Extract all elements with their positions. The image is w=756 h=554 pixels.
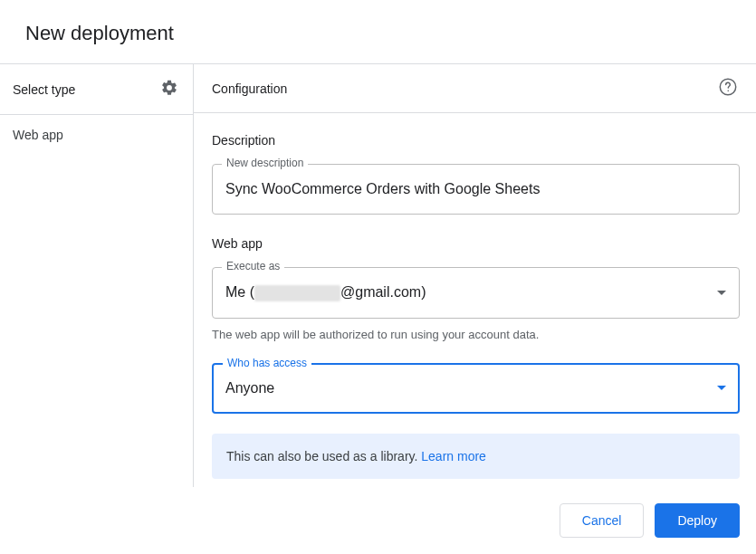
dialog-body: Select type Web app Configuration <box>0 64 756 487</box>
description-input[interactable] <box>225 181 726 197</box>
execute-as-select[interactable]: Execute as Me (@gmail.com) <box>212 267 740 319</box>
description-heading: Description <box>212 133 740 148</box>
content-header: Configuration <box>194 64 756 113</box>
dialog-title: New deployment <box>25 22 731 45</box>
sidebar-item-web-app[interactable]: Web app <box>0 115 193 155</box>
execute-as-legend: Execute as <box>222 260 284 272</box>
dialog-footer: Cancel Deploy <box>0 487 756 554</box>
deploy-button[interactable]: Deploy <box>655 503 740 538</box>
dialog-header: New deployment <box>0 0 756 63</box>
sidebar: Select type Web app <box>0 64 194 487</box>
content: Configuration Description New descriptio… <box>194 64 756 487</box>
library-info-box: This can also be used as a library. Lear… <box>212 434 740 479</box>
redacted-email-local <box>254 285 340 301</box>
cancel-button[interactable]: Cancel <box>560 503 645 538</box>
content-body: Description New description Web app Exec… <box>194 113 756 479</box>
gear-icon <box>160 79 178 100</box>
help-icon <box>718 77 738 100</box>
sidebar-title: Select type <box>13 82 75 97</box>
select-type-settings-button[interactable] <box>157 75 182 103</box>
description-field[interactable]: New description <box>212 164 740 215</box>
execute-as-value: Me (@gmail.com) <box>225 284 426 301</box>
caret-down-icon <box>717 291 726 295</box>
webapp-heading: Web app <box>212 236 740 251</box>
description-legend: New description <box>222 157 308 169</box>
execute-as-helper: The web app will be authorized to run us… <box>212 328 740 341</box>
learn-more-link[interactable]: Learn more <box>421 449 486 463</box>
caret-down-icon <box>717 386 726 390</box>
who-has-access-legend: Who has access <box>223 357 311 369</box>
help-button[interactable] <box>716 75 740 101</box>
who-has-access-select[interactable]: Who has access Anyone <box>212 363 740 414</box>
content-title: Configuration <box>212 81 287 96</box>
who-has-access-value: Anyone <box>225 380 274 396</box>
svg-point-1 <box>727 90 729 91</box>
sidebar-header: Select type <box>0 64 193 115</box>
new-deployment-dialog: New deployment Select type Web app Confi… <box>0 0 756 554</box>
info-text: This can also be used as a library. <box>226 449 421 463</box>
